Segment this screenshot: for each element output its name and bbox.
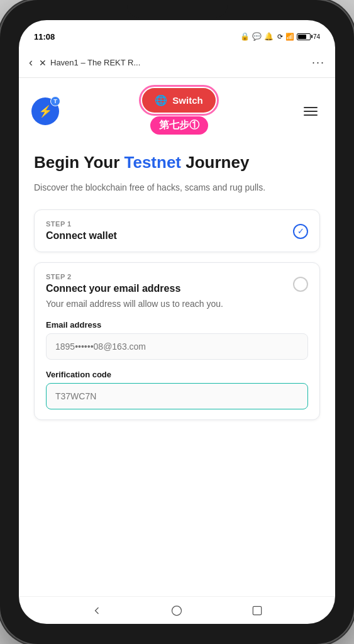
status-time: 11:08 — [34, 32, 55, 42]
verification-code-label: Verification code — [46, 370, 308, 379]
step-label: 第七步① — [150, 116, 208, 135]
browser-tab: ✕ Haven1 – The REKT R... — [39, 58, 306, 68]
wifi-icon: ⟳ — [277, 33, 283, 41]
page-title: Begin Your Testnet Journey — [34, 152, 320, 174]
browser-back-button[interactable]: ‹ — [29, 56, 33, 69]
signal-icon: 📶 — [285, 33, 294, 41]
page-title-highlight: Testnet — [124, 153, 182, 172]
status-icons: 🔒 💬 🔔 ⟳ 📶 74 — [240, 32, 320, 41]
page-description: Discover the blockchain free of hacks, s… — [34, 181, 320, 194]
hamburger-menu[interactable] — [299, 102, 323, 121]
switch-button[interactable]: 🌐 Switch — [142, 88, 215, 113]
page-title-part2: Journey — [181, 153, 249, 172]
step2-subtitle: Your email address will allow us to reac… — [46, 298, 308, 311]
email-label: Email address — [46, 320, 308, 330]
logo-badge: T — [50, 96, 60, 106]
nav-back-button[interactable] — [88, 602, 106, 619]
phone-frame: 11:08 🔒 💬 🔔 ⟳ 📶 74 ‹ ✕ Haven1 – Th — [0, 0, 354, 644]
email-input[interactable] — [46, 333, 308, 360]
lock-icon: 🔒 — [240, 32, 250, 41]
switch-button-wrapper: 🌐 Switch 第七步① — [142, 88, 215, 135]
step2-circle-icon — [293, 277, 308, 292]
step2-title: Connect your email address — [46, 283, 308, 294]
page-content: ⚡ T 🌐 Switch 第七步① — [19, 78, 335, 596]
browser-close-icon[interactable]: ✕ — [39, 58, 47, 68]
browser-url: Haven1 – The REKT R... — [50, 58, 306, 67]
svg-rect-1 — [253, 606, 261, 614]
step1-title: Connect wallet — [46, 230, 308, 242]
step1-number: STEP 1 — [46, 220, 308, 228]
screen: 11:08 🔒 💬 🔔 ⟳ 📶 74 ‹ ✕ Haven1 – Th — [19, 20, 335, 624]
notch — [127, 0, 228, 18]
logo-area: ⚡ T — [31, 97, 59, 125]
step2-card: STEP 2 Connect your email address Your e… — [34, 262, 320, 421]
status-bar: 11:08 🔒 💬 🔔 ⟳ 📶 74 — [19, 20, 335, 48]
notification-icon: 🔔 — [264, 32, 274, 41]
step1-check-icon: ✓ — [293, 224, 308, 239]
globe-icon: 🌐 — [155, 94, 167, 106]
bottom-nav — [19, 596, 335, 624]
logo: ⚡ T — [31, 97, 59, 125]
nav-home-button[interactable] — [168, 602, 185, 619]
wechat-icon: 💬 — [252, 32, 262, 41]
step1-card: STEP 1 Connect wallet ✓ — [34, 209, 320, 252]
nav-square-button[interactable] — [248, 602, 266, 619]
battery: 74 — [297, 33, 320, 40]
logo-letter: ⚡ — [38, 104, 52, 118]
switch-label: Switch — [172, 95, 202, 106]
browser-bar: ‹ ✕ Haven1 – The REKT R... ··· — [19, 48, 335, 78]
browser-more-button[interactable]: ··· — [312, 56, 325, 69]
step2-number: STEP 2 — [46, 273, 308, 280]
verification-code-input[interactable] — [46, 383, 308, 409]
page-title-part1: Begin Your — [34, 153, 124, 172]
page-body: Begin Your Testnet Journey Discover the … — [19, 140, 335, 443]
app-header: ⚡ T 🌐 Switch 第七步① — [19, 78, 335, 140]
battery-percentage: 74 — [313, 33, 320, 40]
svg-point-0 — [172, 606, 182, 615]
